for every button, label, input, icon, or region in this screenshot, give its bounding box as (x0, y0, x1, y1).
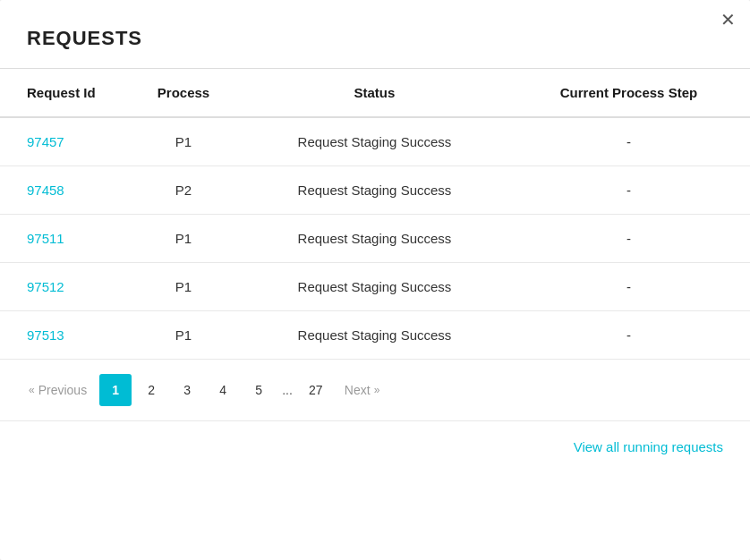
modal-container: ✕ REQUESTS Request Id Process Status Cur… (0, 0, 750, 560)
col-header-status: Status (242, 69, 507, 117)
cell-status: Request Staging Success (242, 117, 507, 166)
page-button-4[interactable]: 4 (207, 374, 239, 406)
cell-process: P1 (125, 215, 242, 263)
footer-row: View all running requests (0, 421, 750, 473)
next-chevron-icon: » (374, 384, 380, 396)
cell-status: Request Staging Success (242, 311, 507, 360)
page-button-1[interactable]: 1 (99, 374, 132, 406)
next-label: Next (345, 383, 371, 397)
col-header-process: Process (125, 69, 242, 117)
cell-request-id[interactable]: 97512 (0, 263, 125, 311)
pagination-row: « Previous 12345...27 Next » (0, 360, 750, 421)
cell-process: P2 (125, 166, 242, 215)
previous-label: Previous (38, 383, 87, 397)
page-button-3[interactable]: 3 (171, 374, 203, 406)
cell-current-process-step: - (507, 117, 750, 166)
next-button[interactable]: Next » (337, 378, 387, 403)
cell-status: Request Staging Success (242, 166, 507, 215)
table-row: 97511P1Request Staging Success- (0, 215, 750, 263)
cell-process: P1 (125, 117, 242, 166)
cell-status: Request Staging Success (242, 263, 507, 311)
page-button-27[interactable]: 27 (300, 374, 332, 406)
modal-title: REQUESTS (0, 0, 750, 68)
cell-process: P1 (125, 311, 242, 360)
table-row: 97457P1Request Staging Success- (0, 117, 750, 166)
table-container: Request Id Process Status Current Proces… (0, 69, 750, 360)
cell-status: Request Staging Success (242, 215, 507, 263)
cell-request-id[interactable]: 97457 (0, 117, 125, 166)
close-button[interactable]: ✕ (720, 11, 736, 29)
table-header-row: Request Id Process Status Current Proces… (0, 69, 750, 117)
cell-process: P1 (125, 263, 242, 311)
cell-request-id[interactable]: 97511 (0, 215, 125, 263)
cell-request-id[interactable]: 97513 (0, 311, 125, 360)
page-button-5[interactable]: 5 (243, 374, 275, 406)
view-all-running-requests-button[interactable]: View all running requests (574, 439, 723, 454)
previous-button[interactable]: « Previous (21, 378, 94, 403)
cell-current-process-step: - (507, 215, 750, 263)
pagination-buttons: 12345...27 (99, 374, 332, 406)
table-row: 97513P1Request Staging Success- (0, 311, 750, 360)
table-row: 97512P1Request Staging Success- (0, 263, 750, 311)
page-button-2[interactable]: 2 (135, 374, 167, 406)
prev-chevron-icon: « (29, 384, 35, 396)
requests-table: Request Id Process Status Current Proces… (0, 69, 750, 360)
col-header-request-id: Request Id (0, 69, 125, 117)
cell-current-process-step: - (507, 311, 750, 360)
table-row: 97458P2Request Staging Success- (0, 166, 750, 215)
cell-current-process-step: - (507, 166, 750, 215)
cell-request-id[interactable]: 97458 (0, 166, 125, 215)
pagination-ellipsis: ... (278, 378, 296, 403)
cell-current-process-step: - (507, 263, 750, 311)
col-header-current-process-step: Current Process Step (507, 69, 750, 117)
